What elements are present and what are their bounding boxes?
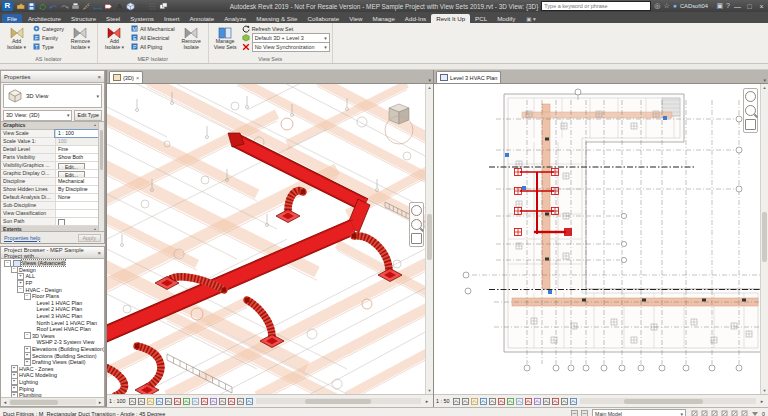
view3d-icon[interactable] — [125, 1, 135, 11]
remove-isolate-button[interactable]: RemoveIsolate ▾ — [66, 24, 95, 55]
property-value[interactable]: By Discipline — [55, 186, 98, 193]
show-analytical-model-icon[interactable] — [219, 397, 227, 405]
close-button[interactable]: × — [757, 3, 766, 10]
tree-item-north-level-1-hvac-plan[interactable]: North Level 1 HVAC Plan — [1, 319, 104, 326]
visual-style-icon[interactable] — [462, 397, 470, 405]
ribbon-tab-structure[interactable]: Structure — [66, 14, 101, 23]
canvas-3d[interactable]: ▲ ▼ — [107, 84, 433, 394]
property-value[interactable]: None — [55, 194, 98, 201]
property-value[interactable]: Show Both — [55, 154, 98, 161]
add-isolate-button[interactable]: AddIsolate ▾ — [100, 24, 129, 55]
tree-item-roof-level-hvac-plan[interactable]: Roof Level HVAC Plan — [1, 326, 104, 333]
all-piping-button[interactable]: PAll Piping — [131, 43, 175, 51]
scale-button-plan[interactable]: 1 : 50 — [436, 398, 450, 404]
visual-style-icon[interactable] — [138, 397, 146, 405]
graphics-section-header[interactable]: Graphics▪ — [1, 122, 98, 130]
property-value[interactable]: Fine — [55, 146, 98, 153]
temporary-hide-isolate-icon[interactable] — [192, 397, 200, 405]
property-value[interactable]: Edit... — [55, 170, 98, 177]
all-electrical-button[interactable]: EAll Electrical — [131, 34, 175, 42]
family-button[interactable]: FFamily — [33, 34, 64, 42]
properties-close-icon[interactable]: × — [97, 74, 101, 80]
edit-type-button[interactable]: Edit Type — [74, 110, 102, 121]
property-value[interactable] — [55, 210, 98, 217]
shadows-icon[interactable] — [156, 397, 164, 405]
hscrollbar-3d[interactable] — [256, 398, 422, 404]
tag-icon[interactable] — [103, 1, 113, 11]
hscrollbar-plan[interactable] — [580, 398, 756, 404]
user-caret-icon[interactable]: ▾ — [711, 2, 714, 10]
type-button[interactable]: TType — [33, 43, 64, 51]
tree-item-floor-plans[interactable]: −Floor Plans — [1, 293, 104, 300]
property-value[interactable]: 1 : 100 — [55, 130, 98, 137]
hscroll-right-3d-icon[interactable]: ▸ — [423, 398, 431, 404]
minimize-button[interactable]: — — [733, 3, 742, 10]
sun-path-icon[interactable] — [471, 397, 479, 405]
property-value[interactable]: 100 — [55, 138, 98, 145]
collapse-icon[interactable]: − — [24, 332, 31, 339]
ribbon-tab-massing-site[interactable]: Massing & Site — [251, 14, 302, 23]
manage-view-sets-button[interactable]: ManageView Sets — [211, 24, 240, 55]
steering-wheel-icon-2[interactable] — [745, 91, 756, 102]
property-value[interactable]: Mechanical — [55, 178, 98, 185]
highlight-displacement-icon[interactable] — [552, 397, 560, 405]
add-isolate-button[interactable]: AddIsolate ▾ — [2, 24, 31, 55]
crop-view-icon[interactable] — [174, 397, 182, 405]
expand-icon[interactable]: + — [24, 359, 31, 366]
crop-view-icon[interactable] — [498, 397, 506, 405]
favorites-icon[interactable]: ☆ — [663, 2, 669, 10]
apply-button[interactable]: Apply — [78, 234, 102, 242]
ribbon-tab-file[interactable]: File — [2, 14, 22, 23]
ribbon-tab-steel[interactable]: Steel — [101, 14, 125, 23]
ribbon-tab-view[interactable]: View — [344, 14, 367, 23]
zoom-icon[interactable] — [411, 219, 422, 230]
property-value[interactable]: Edit... — [55, 162, 98, 169]
all-mechanical-button[interactable]: MAll Mechanical — [131, 25, 175, 33]
ribbon-tab-manage[interactable]: Manage — [367, 14, 399, 23]
sync-icon[interactable] — [37, 1, 47, 11]
help-icon[interactable]: ? — [726, 2, 730, 10]
store-icon[interactable]: ▣ — [716, 2, 723, 10]
no-view-synchronization-dropdown[interactable]: No View Synchronization▾ — [242, 43, 330, 51]
drag-on-selection-icon[interactable] — [730, 410, 738, 416]
selection-dropdown-icon[interactable]: ▣ ▾ — [523, 15, 539, 23]
shadows-icon[interactable] — [480, 397, 488, 405]
pan-icon[interactable] — [411, 233, 422, 244]
default-3d-level-3-dropdown[interactable]: Default 3D + Level 3▾ — [242, 34, 330, 42]
tree-item-level-2-hvac-plan[interactable]: Level 2 HVAC Plan — [1, 306, 104, 313]
zoom-icon-2[interactable] — [745, 105, 756, 116]
save-icon[interactable] — [26, 1, 36, 11]
project-browser-close-icon[interactable]: × — [97, 250, 101, 256]
collapse-icon[interactable]: − — [24, 293, 31, 300]
switch-icon[interactable] — [158, 1, 168, 11]
show-analytical-model-icon[interactable] — [543, 397, 551, 405]
scale-button-3d[interactable]: 1 : 100 — [109, 398, 126, 404]
select-link-icon[interactable] — [690, 410, 698, 416]
hscroll-right-plan-icon[interactable]: ▸ — [758, 398, 766, 404]
ribbon-tab-collaborate[interactable]: Collaborate — [303, 14, 345, 23]
show-rendering-dialog-icon[interactable] — [489, 397, 497, 405]
tree-item-hvac-design[interactable]: −HVAC - Design — [1, 286, 104, 293]
ribbon-tab-systems[interactable]: Systems — [125, 14, 159, 23]
dimension-icon[interactable] — [92, 1, 102, 11]
panel-label-as-isolator[interactable]: AS Isolator — [0, 55, 97, 63]
properties-scrollbar[interactable] — [98, 122, 104, 231]
wheel-menu-icon[interactable] — [745, 119, 756, 130]
tree-item-wshp-2-3-system-view[interactable]: WSHP 2-3 System View — [1, 339, 104, 346]
panel-label-mep-isolator[interactable]: MEP Isolator — [98, 55, 208, 63]
reveal-hidden-elements-icon[interactable] — [201, 397, 209, 405]
filter-icon[interactable] — [752, 412, 758, 416]
scroll-left-icon[interactable]: ◂ — [1, 399, 9, 405]
select-pinned-icon[interactable] — [700, 410, 708, 416]
thinlines-icon[interactable] — [147, 1, 157, 11]
design-options-icon[interactable] — [580, 410, 588, 416]
category-button[interactable]: Category — [33, 25, 64, 33]
select-underlay-icon[interactable] — [710, 410, 718, 416]
instance-selector[interactable]: 3D View: {3D} ▾ — [3, 110, 72, 121]
print-icon[interactable] — [70, 1, 80, 11]
undo-icon[interactable] — [48, 1, 58, 11]
browser-hscrollbar[interactable]: ◂ ▸ — [1, 397, 104, 406]
property-value[interactable] — [55, 202, 98, 209]
vscrollbar-3d[interactable]: ▲ ▼ — [425, 84, 433, 394]
tree-item-3d-views[interactable]: −3D Views — [1, 333, 104, 340]
